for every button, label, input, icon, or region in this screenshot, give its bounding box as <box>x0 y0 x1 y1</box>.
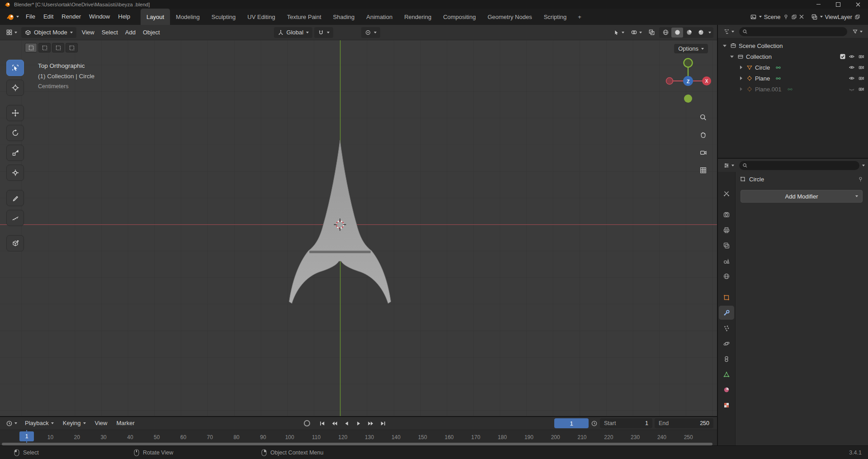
tab-render[interactable] <box>719 208 734 222</box>
menu-item[interactable]: Help <box>114 11 134 23</box>
timeline-tick[interactable]: 20 <box>74 434 80 440</box>
menu-item[interactable]: File <box>22 11 39 23</box>
workspace-tab[interactable]: Modeling <box>170 9 206 25</box>
next-keyframe-button[interactable] <box>366 419 377 428</box>
select-mode-subtract-button[interactable] <box>52 43 64 52</box>
timeline-tick[interactable]: 110 <box>312 434 321 440</box>
app-menu-button[interactable] <box>5 13 21 21</box>
use-preview-range-icon[interactable] <box>591 420 598 427</box>
shading-material-button[interactable] <box>683 28 695 38</box>
mode-dropdown[interactable]: Object Mode <box>21 27 76 38</box>
tab-output[interactable] <box>719 223 734 237</box>
hide-eye-icon[interactable] <box>849 75 855 81</box>
marker-menu[interactable]: Marker <box>113 418 138 429</box>
timeline-tick[interactable]: 50 <box>154 434 160 440</box>
workspace-tab[interactable]: Rendering <box>398 9 437 25</box>
properties-search-input[interactable] <box>739 161 859 170</box>
chevron-down-icon[interactable] <box>862 165 865 166</box>
workspace-tab[interactable]: Animation <box>360 9 398 25</box>
timeline-tick[interactable]: 10 <box>47 434 53 440</box>
move-tool[interactable] <box>6 105 24 121</box>
outliner-filter-button[interactable] <box>850 28 865 35</box>
tab-physics[interactable] <box>719 336 734 350</box>
timeline-ruler[interactable]: 1102030405060708090100110120130140150160… <box>0 430 717 446</box>
tab-particles[interactable] <box>719 321 734 335</box>
timeline-tick[interactable]: 100 <box>285 434 294 440</box>
tab-constraints[interactable] <box>719 352 734 366</box>
play-button[interactable] <box>354 419 364 428</box>
xray-toggle[interactable] <box>646 28 657 37</box>
timeline-tick[interactable]: 130 <box>365 434 374 440</box>
timeline-tick[interactable]: 120 <box>338 434 347 440</box>
outliner-row-plane[interactable]: Plane <box>718 73 868 84</box>
jump-to-end-button[interactable] <box>378 419 389 428</box>
overlays-toggle[interactable] <box>628 28 644 37</box>
shading-solid-button[interactable] <box>671 28 683 38</box>
menu-item[interactable]: Render <box>57 11 85 23</box>
view-menu[interactable]: View <box>91 418 111 429</box>
timeline-tick[interactable]: 250 <box>684 434 693 440</box>
zoom-button[interactable] <box>696 110 710 124</box>
playhead-badge[interactable]: 1 <box>19 431 34 441</box>
snap-toggle[interactable] <box>314 27 333 38</box>
viewport-canvas[interactable]: Options Top Orthographic (1) Collection … <box>0 40 717 416</box>
timeline-tick[interactable]: 210 <box>577 434 586 440</box>
start-frame-field[interactable]: Start 1 <box>600 418 652 428</box>
menu-item[interactable]: Edit <box>39 11 57 23</box>
viewport-menu-item[interactable]: Add <box>122 27 139 38</box>
timeline-tick[interactable]: 80 <box>233 434 239 440</box>
timeline-tick[interactable]: 170 <box>471 434 480 440</box>
workspace-tab[interactable]: Shading <box>327 9 361 25</box>
timeline-tick[interactable]: 140 <box>392 434 401 440</box>
disable-render-camera-icon[interactable] <box>858 75 864 81</box>
plane-edge[interactable] <box>310 251 371 253</box>
playback-menu[interactable]: Playback <box>21 418 57 429</box>
timeline-tick[interactable]: 60 <box>180 434 186 440</box>
viewport-menu-item[interactable]: View <box>78 27 98 38</box>
maximize-button[interactable] <box>828 0 848 9</box>
add-cube-tool[interactable] <box>6 235 24 251</box>
timeline-tick[interactable]: 180 <box>498 434 507 440</box>
timeline-tick[interactable]: 220 <box>604 434 613 440</box>
disable-render-camera-icon[interactable] <box>858 53 864 60</box>
editor-type-button[interactable] <box>4 28 19 37</box>
viewport-menu-item[interactable]: Object <box>139 27 164 38</box>
view-layer-selector[interactable]: ViewLayer <box>808 14 863 20</box>
select-mode-extend-button[interactable] <box>38 43 51 52</box>
workspace-tab[interactable]: Compositing <box>437 9 481 25</box>
timeline-tick[interactable]: 230 <box>631 434 640 440</box>
workspace-tab[interactable]: Geometry Nodes <box>481 9 538 25</box>
transform-tool[interactable] <box>6 165 24 181</box>
add-modifier-button[interactable]: Add Modifier <box>741 190 863 203</box>
outliner-row-circle[interactable]: Circle <box>718 62 868 73</box>
timeline-tick[interactable]: 40 <box>127 434 133 440</box>
options-dropdown[interactable]: Options <box>674 44 708 53</box>
tab-modifiers[interactable] <box>719 306 734 320</box>
workspace-tab[interactable]: Texture Paint <box>281 9 327 25</box>
outliner-editor-type-button[interactable] <box>721 28 736 36</box>
minimize-button[interactable] <box>808 0 828 9</box>
rotate-tool[interactable] <box>6 125 24 141</box>
pin-icon[interactable] <box>858 176 863 182</box>
outliner-row-scene-collection[interactable]: Scene Collection <box>718 40 868 51</box>
exclude-checkbox[interactable] <box>840 54 845 59</box>
jump-to-start-button[interactable] <box>317 419 328 428</box>
add-workspace-button[interactable]: + <box>573 14 586 20</box>
tab-object[interactable] <box>719 290 734 304</box>
scene-selector[interactable]: Scene <box>747 14 807 20</box>
tab-view-layer[interactable] <box>719 238 734 252</box>
workspace-tab[interactable]: Layout <box>141 9 170 25</box>
tab-world[interactable] <box>719 269 734 283</box>
navigation-gizmo[interactable]: X Z <box>663 56 713 107</box>
properties-editor-type-button[interactable] <box>721 161 736 170</box>
hide-eye-closed-icon[interactable] <box>849 86 855 92</box>
disable-render-camera-icon[interactable] <box>858 86 864 92</box>
select-mode-new-button[interactable] <box>25 43 37 52</box>
menu-item[interactable]: Window <box>85 11 114 23</box>
hide-eye-icon[interactable] <box>849 64 855 71</box>
workspace-tab[interactable]: Scripting <box>538 9 573 25</box>
outliner-row-plane-001[interactable]: Plane.001 <box>718 84 868 95</box>
show-gizmo-toggle[interactable] <box>611 28 627 37</box>
proportional-editing-toggle[interactable] <box>361 27 380 38</box>
cursor-tool[interactable] <box>6 80 24 96</box>
